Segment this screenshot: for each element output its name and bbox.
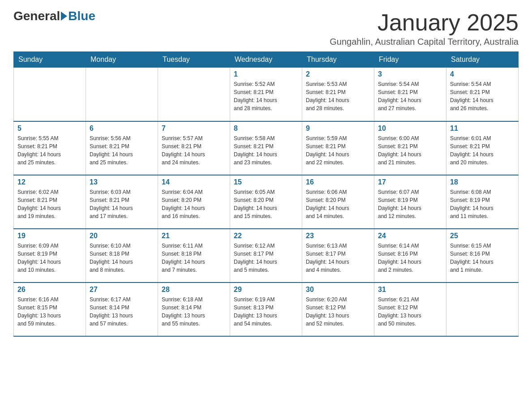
day-number: 12 [17, 178, 82, 186]
calendar-cell: 29Sunrise: 6:19 AM Sunset: 8:13 PM Dayli… [230, 283, 302, 336]
column-header-tuesday: Tuesday [158, 52, 230, 68]
day-info: Sunrise: 6:07 AM Sunset: 8:19 PM Dayligh… [378, 188, 442, 220]
day-info: Sunrise: 6:05 AM Sunset: 8:20 PM Dayligh… [234, 188, 298, 220]
day-number: 17 [378, 178, 442, 186]
calendar-cell: 13Sunrise: 6:03 AM Sunset: 8:21 PM Dayli… [86, 175, 158, 229]
calendar-cell: 26Sunrise: 6:16 AM Sunset: 8:15 PM Dayli… [14, 283, 86, 336]
day-info: Sunrise: 5:52 AM Sunset: 8:21 PM Dayligh… [234, 80, 298, 112]
calendar-table: SundayMondayTuesdayWednesdayThursdayFrid… [13, 51, 519, 337]
day-number: 13 [90, 178, 154, 186]
day-number: 28 [162, 286, 226, 294]
calendar-cell: 30Sunrise: 6:20 AM Sunset: 8:12 PM Dayli… [302, 283, 374, 336]
day-info: Sunrise: 6:01 AM Sunset: 8:21 PM Dayligh… [450, 134, 515, 167]
calendar-cell: 17Sunrise: 6:07 AM Sunset: 8:19 PM Dayli… [374, 175, 446, 229]
column-header-saturday: Saturday [446, 52, 519, 68]
day-number: 6 [90, 124, 154, 133]
day-number: 10 [378, 124, 442, 133]
calendar-cell: 16Sunrise: 6:06 AM Sunset: 8:20 PM Dayli… [302, 175, 374, 229]
day-info: Sunrise: 6:06 AM Sunset: 8:20 PM Dayligh… [306, 188, 370, 220]
header-row: SundayMondayTuesdayWednesdayThursdayFrid… [14, 52, 519, 68]
calendar-cell: 27Sunrise: 6:17 AM Sunset: 8:14 PM Dayli… [86, 283, 158, 336]
day-number: 5 [17, 124, 82, 133]
calendar-cell: 31Sunrise: 6:21 AM Sunset: 8:12 PM Dayli… [374, 283, 446, 336]
day-info: Sunrise: 5:58 AM Sunset: 8:21 PM Dayligh… [234, 134, 298, 167]
day-number: 26 [17, 286, 82, 294]
column-header-friday: Friday [374, 52, 446, 68]
day-info: Sunrise: 6:08 AM Sunset: 8:19 PM Dayligh… [450, 188, 515, 220]
day-number: 1 [234, 70, 298, 78]
day-number: 31 [378, 286, 442, 294]
calendar-cell: 9Sunrise: 5:59 AM Sunset: 8:21 PM Daylig… [302, 121, 374, 175]
calendar-cell: 8Sunrise: 5:58 AM Sunset: 8:21 PM Daylig… [230, 121, 302, 175]
day-info: Sunrise: 6:19 AM Sunset: 8:13 PM Dayligh… [234, 295, 298, 328]
day-number: 11 [450, 124, 515, 133]
day-number: 30 [306, 286, 370, 294]
calendar-cell: 15Sunrise: 6:05 AM Sunset: 8:20 PM Dayli… [230, 175, 302, 229]
day-info: Sunrise: 6:14 AM Sunset: 8:16 PM Dayligh… [378, 242, 442, 274]
day-number: 16 [306, 178, 370, 186]
day-info: Sunrise: 6:21 AM Sunset: 8:12 PM Dayligh… [378, 295, 442, 328]
day-number: 24 [378, 232, 442, 240]
day-info: Sunrise: 6:09 AM Sunset: 8:19 PM Dayligh… [17, 242, 82, 274]
column-header-monday: Monday [86, 52, 158, 68]
calendar-cell [446, 283, 519, 336]
day-number: 18 [450, 178, 515, 186]
calendar-cell: 28Sunrise: 6:18 AM Sunset: 8:14 PM Dayli… [158, 283, 230, 336]
column-header-sunday: Sunday [14, 52, 86, 68]
week-row-1: 1Sunrise: 5:52 AM Sunset: 8:21 PM Daylig… [14, 68, 519, 121]
day-number: 25 [450, 232, 515, 240]
day-info: Sunrise: 5:59 AM Sunset: 8:21 PM Dayligh… [306, 134, 370, 167]
day-info: Sunrise: 6:02 AM Sunset: 8:21 PM Dayligh… [17, 188, 82, 220]
day-info: Sunrise: 5:53 AM Sunset: 8:21 PM Dayligh… [306, 80, 370, 112]
day-info: Sunrise: 6:04 AM Sunset: 8:20 PM Dayligh… [162, 188, 226, 220]
day-info: Sunrise: 5:54 AM Sunset: 8:21 PM Dayligh… [450, 80, 515, 112]
day-info: Sunrise: 6:13 AM Sunset: 8:17 PM Dayligh… [306, 242, 370, 274]
calendar-cell [158, 68, 230, 121]
day-number: 29 [234, 286, 298, 294]
day-info: Sunrise: 6:17 AM Sunset: 8:14 PM Dayligh… [90, 295, 154, 328]
week-row-3: 12Sunrise: 6:02 AM Sunset: 8:21 PM Dayli… [14, 175, 519, 229]
day-number: 15 [234, 178, 298, 186]
day-info: Sunrise: 6:20 AM Sunset: 8:12 PM Dayligh… [306, 295, 370, 328]
week-row-5: 26Sunrise: 6:16 AM Sunset: 8:15 PM Dayli… [14, 283, 519, 336]
day-info: Sunrise: 6:12 AM Sunset: 8:17 PM Dayligh… [234, 242, 298, 274]
day-number: 14 [162, 178, 226, 186]
logo-blue: Blue [68, 9, 95, 23]
day-info: Sunrise: 6:11 AM Sunset: 8:18 PM Dayligh… [162, 242, 226, 274]
day-info: Sunrise: 5:56 AM Sunset: 8:21 PM Dayligh… [90, 134, 154, 167]
calendar-cell: 19Sunrise: 6:09 AM Sunset: 8:19 PM Dayli… [14, 229, 86, 283]
calendar-cell: 3Sunrise: 5:54 AM Sunset: 8:21 PM Daylig… [374, 68, 446, 121]
calendar-cell: 2Sunrise: 5:53 AM Sunset: 8:21 PM Daylig… [302, 68, 374, 121]
calendar-cell: 24Sunrise: 6:14 AM Sunset: 8:16 PM Dayli… [374, 229, 446, 283]
day-info: Sunrise: 5:55 AM Sunset: 8:21 PM Dayligh… [17, 134, 82, 167]
day-info: Sunrise: 5:54 AM Sunset: 8:21 PM Dayligh… [378, 80, 442, 112]
day-number: 23 [306, 232, 370, 240]
day-info: Sunrise: 6:00 AM Sunset: 8:21 PM Dayligh… [378, 134, 442, 167]
logo-arrow-icon [61, 12, 67, 21]
month-title: January 2025 [330, 9, 519, 36]
day-number: 27 [90, 286, 154, 294]
day-info: Sunrise: 6:10 AM Sunset: 8:18 PM Dayligh… [90, 242, 154, 274]
day-number: 8 [234, 124, 298, 133]
day-number: 19 [17, 232, 82, 240]
logo: General Blue [13, 9, 95, 23]
calendar-cell: 1Sunrise: 5:52 AM Sunset: 8:21 PM Daylig… [230, 68, 302, 121]
calendar-cell: 10Sunrise: 6:00 AM Sunset: 8:21 PM Dayli… [374, 121, 446, 175]
day-number: 22 [234, 232, 298, 240]
day-number: 21 [162, 232, 226, 240]
calendar-cell: 25Sunrise: 6:15 AM Sunset: 8:16 PM Dayli… [446, 229, 519, 283]
day-info: Sunrise: 6:15 AM Sunset: 8:16 PM Dayligh… [450, 242, 515, 274]
calendar-cell: 6Sunrise: 5:56 AM Sunset: 8:21 PM Daylig… [86, 121, 158, 175]
calendar-cell [14, 68, 86, 121]
day-number: 9 [306, 124, 370, 133]
column-header-wednesday: Wednesday [230, 52, 302, 68]
logo-general: General [13, 9, 60, 23]
day-info: Sunrise: 5:57 AM Sunset: 8:21 PM Dayligh… [162, 134, 226, 167]
calendar-cell: 23Sunrise: 6:13 AM Sunset: 8:17 PM Dayli… [302, 229, 374, 283]
week-row-4: 19Sunrise: 6:09 AM Sunset: 8:19 PM Dayli… [14, 229, 519, 283]
day-number: 2 [306, 70, 370, 78]
calendar-cell: 22Sunrise: 6:12 AM Sunset: 8:17 PM Dayli… [230, 229, 302, 283]
day-info: Sunrise: 6:03 AM Sunset: 8:21 PM Dayligh… [90, 188, 154, 220]
week-row-2: 5Sunrise: 5:55 AM Sunset: 8:21 PM Daylig… [14, 121, 519, 175]
calendar-cell: 20Sunrise: 6:10 AM Sunset: 8:18 PM Dayli… [86, 229, 158, 283]
